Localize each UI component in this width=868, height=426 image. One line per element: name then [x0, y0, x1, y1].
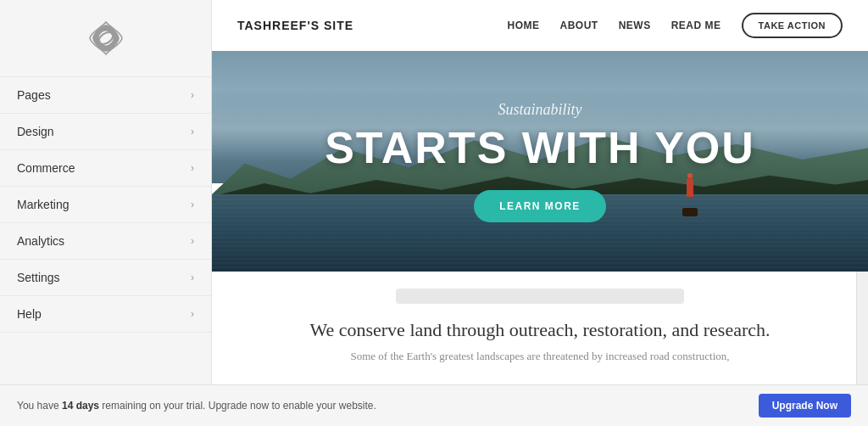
- sidebar-logo: [0, 0, 211, 76]
- sidebar-item-design[interactable]: Design ›: [0, 113, 211, 149]
- chevron-right-icon: ›: [191, 235, 194, 247]
- hero-subtitle: Sustainability: [498, 101, 582, 119]
- site-content-section: We conserve land through outreach, resto…: [212, 272, 868, 372]
- chevron-right-icon: ›: [191, 126, 194, 137]
- site-logo: TASHREEF'S SITE: [237, 19, 353, 32]
- content-headline: We conserve land through outreach, resto…: [246, 319, 834, 341]
- content-area: TASHREEF'S SITE HOME ABOUT NEWS READ ME …: [212, 0, 868, 384]
- sidebar-item-commerce[interactable]: Commerce ›: [0, 149, 211, 186]
- chevron-right-icon: ›: [191, 162, 194, 174]
- nav-link-home[interactable]: HOME: [508, 20, 540, 31]
- sidebar-item-pages[interactable]: Pages ›: [0, 76, 211, 113]
- nav-link-news[interactable]: NEWS: [619, 20, 651, 31]
- trial-text: You have 14 days remaining on your trial…: [17, 400, 376, 412]
- website-preview: TASHREEF'S SITE HOME ABOUT NEWS READ ME …: [212, 0, 868, 384]
- hero-title: STARTS WITH YOU: [325, 126, 755, 170]
- sidebar-item-marketing[interactable]: Marketing ›: [0, 186, 211, 222]
- content-subtext: Some of the Earth's greatest landscapes …: [246, 350, 834, 363]
- site-nav: TASHREEF'S SITE HOME ABOUT NEWS READ ME …: [212, 0, 868, 51]
- nav-link-about[interactable]: ABOUT: [560, 20, 598, 31]
- trial-days: 14 days: [62, 400, 99, 412]
- chevron-right-icon: ›: [191, 272, 194, 283]
- nav-link-readme[interactable]: READ ME: [671, 20, 721, 31]
- sidebar-nav: Pages › Design › Commerce › Marketing › …: [0, 76, 211, 384]
- chevron-right-icon: ›: [191, 89, 194, 101]
- sidebar-item-analytics[interactable]: Analytics ›: [0, 222, 211, 259]
- hero-content: Sustainability STARTS WITH YOU LEARN MOR…: [212, 51, 868, 272]
- chevron-right-icon: ›: [191, 308, 194, 320]
- trial-bar: You have 14 days remaining on your trial…: [0, 384, 868, 426]
- content-placeholder-bar: [396, 289, 684, 304]
- site-nav-links: HOME ABOUT NEWS READ ME TAKE ACTION: [508, 13, 843, 38]
- sidebar: Pages › Design › Commerce › Marketing › …: [0, 0, 212, 384]
- hero-learn-more-button[interactable]: LEARN MORE: [474, 190, 606, 222]
- brand-logo-icon: [88, 20, 124, 56]
- upgrade-now-button[interactable]: Upgrade Now: [759, 394, 851, 418]
- hero-section: Sustainability STARTS WITH YOU LEARN MOR…: [212, 51, 868, 272]
- nav-cta-button[interactable]: TAKE ACTION: [742, 13, 843, 38]
- chevron-right-icon: ›: [191, 199, 194, 210]
- sidebar-item-help[interactable]: Help ›: [0, 295, 211, 333]
- sidebar-item-settings[interactable]: Settings ›: [0, 259, 211, 295]
